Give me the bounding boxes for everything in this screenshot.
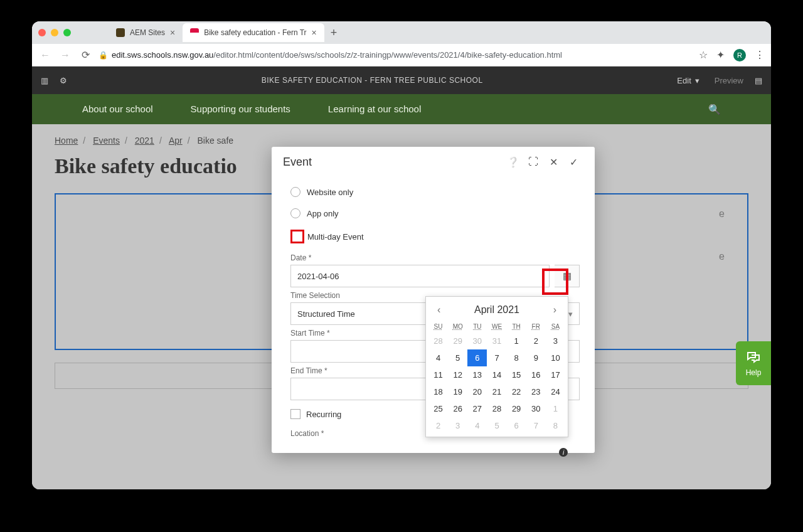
fullscreen-icon[interactable]: ⛶	[523, 156, 543, 168]
annotate-icon[interactable]: ▤	[755, 76, 762, 85]
forward-button[interactable]: →	[58, 50, 72, 61]
calendar-day[interactable]: 10	[546, 349, 565, 366]
search-icon[interactable]: 🔍	[708, 104, 721, 115]
calendar-day[interactable]: 30	[526, 400, 546, 417]
info-icon[interactable]: i	[559, 448, 568, 457]
calendar-day[interactable]: 5	[448, 349, 467, 366]
calendar-day[interactable]: 16	[526, 366, 546, 383]
address-bar[interactable]: 🔒 edit.sws.schools.nsw.gov.au/editor.htm…	[98, 50, 693, 60]
calendar-day[interactable]: 3	[448, 417, 467, 434]
window-controls	[38, 29, 71, 36]
preview-button[interactable]: Preview	[715, 76, 743, 85]
checkbox-highlighted-icon	[290, 230, 304, 243]
nav-about[interactable]: About our school	[82, 104, 153, 115]
help-icon[interactable]: ❔	[503, 156, 523, 168]
profile-avatar[interactable]: R	[733, 49, 746, 61]
date-input[interactable]: 2021-04-06	[290, 265, 550, 287]
dialog-title: Event	[283, 156, 312, 169]
edit-mode-dropdown[interactable]: Edit ▾	[677, 76, 699, 85]
date-picker-popup: ‹ April 2021 › SUMOTUWETHFRSA28293031123…	[425, 296, 568, 437]
calendar-day[interactable]: 9	[526, 349, 546, 366]
lock-icon: 🔒	[98, 51, 108, 60]
tab-aem-sites[interactable]: AEM Sites ×	[109, 23, 183, 42]
calendar-day[interactable]: 7	[487, 349, 506, 366]
prev-month-button[interactable]: ‹	[433, 303, 444, 317]
checkbox-multiday[interactable]: Multi-day Event	[290, 230, 580, 243]
tab-label: Bike safety education - Fern Tr	[204, 28, 306, 37]
calendar-day[interactable]: 29	[507, 400, 526, 417]
calendar-day[interactable]: 29	[448, 332, 467, 349]
day-header: FR	[526, 321, 546, 332]
checkbox-icon	[290, 409, 300, 419]
close-icon[interactable]: ✕	[543, 156, 563, 168]
calendar-day[interactable]: 17	[546, 366, 565, 383]
reload-button[interactable]: ⟳	[78, 49, 92, 61]
calendar-day[interactable]: 27	[467, 400, 487, 417]
date-label: Date *	[290, 253, 580, 262]
calendar-day[interactable]: 6	[507, 417, 526, 434]
close-tab-icon[interactable]: ×	[312, 28, 317, 38]
calendar-day[interactable]: 11	[428, 366, 448, 383]
calendar-day[interactable]: 3	[546, 332, 565, 349]
done-check-icon[interactable]: ✓	[563, 156, 583, 168]
calendar-day[interactable]: 5	[487, 417, 506, 434]
calendar-day[interactable]: 7	[526, 417, 546, 434]
new-tab-button[interactable]: +	[331, 26, 338, 40]
next-month-button[interactable]: ›	[550, 303, 560, 317]
minimize-window-button[interactable]	[51, 29, 58, 36]
open-calendar-button[interactable]: ▦	[555, 265, 580, 287]
calendar-day[interactable]: 28	[487, 400, 506, 417]
calendar-day[interactable]: 13	[467, 366, 487, 383]
help-fab[interactable]: Help	[736, 341, 771, 385]
close-window-button[interactable]	[38, 29, 46, 36]
day-header: TH	[507, 321, 526, 332]
calendar-day[interactable]: 30	[467, 332, 487, 349]
close-tab-icon[interactable]: ×	[170, 28, 175, 38]
page-properties-icon[interactable]: ⚙	[60, 76, 67, 85]
maximize-window-button[interactable]	[63, 29, 71, 36]
calendar-day[interactable]: 1	[507, 332, 526, 349]
calendar-day[interactable]: 23	[526, 383, 546, 400]
calendar-day[interactable]: 21	[487, 383, 506, 400]
day-header: WE	[487, 321, 506, 332]
back-button[interactable]: ←	[38, 50, 52, 61]
nav-learning[interactable]: Learning at our school	[328, 104, 421, 115]
calendar-day[interactable]: 18	[428, 383, 448, 400]
radio-label: Website only	[307, 188, 353, 197]
kebab-menu-icon[interactable]: ⋮	[755, 49, 765, 61]
calendar-day[interactable]: 8	[546, 417, 565, 434]
calendar-day[interactable]: 4	[467, 417, 487, 434]
radio-website-only[interactable]: Website only	[290, 187, 580, 197]
extensions-icon[interactable]: ✦	[716, 49, 725, 61]
calendar-day[interactable]: 8	[507, 349, 526, 366]
calendar-day[interactable]: 25	[428, 400, 448, 417]
radio-app-only[interactable]: App only	[290, 208, 580, 218]
url-path: /editor.html/content/doe/sws/schools/z/z…	[213, 50, 562, 60]
browser-window: AEM Sites × Bike safety education - Fern…	[32, 21, 771, 489]
toolbar: ← → ⟳ 🔒 edit.sws.schools.nsw.gov.au/edit…	[32, 44, 771, 66]
tab-bike-safety[interactable]: Bike safety education - Fern Tr ×	[183, 23, 324, 42]
radio-icon	[290, 187, 300, 197]
aem-page-title: BIKE SAFETY EDUCATION - FERN TREE PUBLIC…	[67, 76, 677, 85]
calendar-day[interactable]: 2	[526, 332, 546, 349]
radio-label: App only	[307, 209, 339, 218]
calendar-day[interactable]: 2	[428, 417, 448, 434]
calendar-day[interactable]: 22	[507, 383, 526, 400]
day-header: MO	[448, 321, 467, 332]
calendar-day[interactable]: 1	[546, 400, 565, 417]
calendar-day[interactable]: 6	[467, 349, 487, 366]
calendar-day[interactable]: 4	[428, 349, 448, 366]
calendar-day[interactable]: 26	[448, 400, 467, 417]
side-panel-icon[interactable]: ▥	[41, 76, 48, 85]
nav-supporting[interactable]: Supporting our students	[191, 104, 290, 115]
calendar-day[interactable]: 28	[428, 332, 448, 349]
calendar-day[interactable]: 12	[448, 366, 467, 383]
calendar-day[interactable]: 19	[448, 383, 467, 400]
calendar-day[interactable]: 15	[507, 366, 526, 383]
calendar-day[interactable]: 24	[546, 383, 565, 400]
calendar-icon: ▦	[563, 270, 572, 282]
calendar-day[interactable]: 14	[487, 366, 506, 383]
calendar-day[interactable]: 20	[467, 383, 487, 400]
calendar-day[interactable]: 31	[487, 332, 506, 349]
bookmark-star-icon[interactable]: ☆	[699, 49, 708, 61]
